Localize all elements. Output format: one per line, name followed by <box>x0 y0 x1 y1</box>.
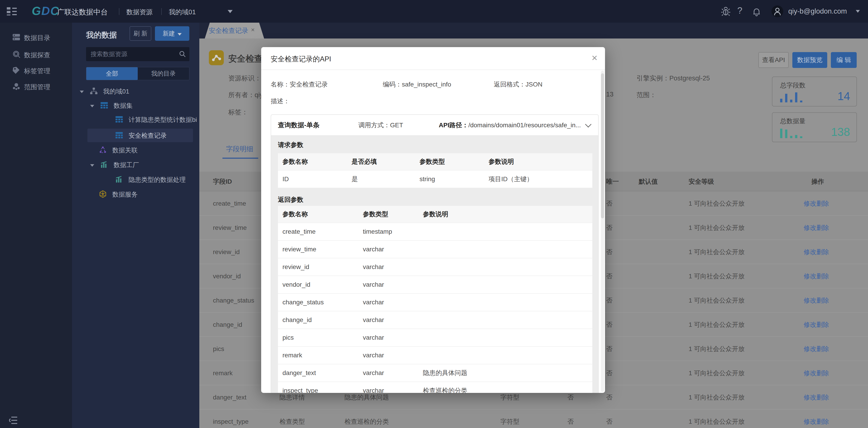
refresh-button[interactable]: 刷 新 <box>130 26 151 41</box>
cell-field-name: 检查类型 <box>280 409 305 428</box>
edit-link[interactable]: 修改 <box>804 273 816 280</box>
panel-title: 我的数据 <box>86 30 117 40</box>
link-separator: | <box>819 240 821 264</box>
bell-icon[interactable] <box>751 6 762 17</box>
chevron-down-icon[interactable] <box>585 121 591 128</box>
delete-link[interactable]: 删除 <box>816 394 829 401</box>
cell-actions: 修改|删除 <box>804 409 829 428</box>
user-email[interactable]: qiy-b@glodon.com <box>788 7 847 15</box>
api-modal: 安全检查记录的API ✕ 名称：安全检查记录 编码：safe_inspect_i… <box>261 47 605 393</box>
modal-scrollbar[interactable] <box>601 71 604 392</box>
chevron-down-icon[interactable] <box>228 10 232 13</box>
cell-field-id: danger_text <box>213 385 246 409</box>
param-name: inspect_type <box>282 382 318 393</box>
brand-title: 广联达数据中台 <box>57 7 108 17</box>
caret-down-icon[interactable] <box>90 105 94 107</box>
response-param-row: change_status varchar <box>278 293 592 311</box>
tree-node-label: 我的域01 <box>103 88 129 95</box>
tree-node-label: 安全检查记录 <box>129 132 167 139</box>
edit-link[interactable]: 修改 <box>804 418 816 425</box>
rail-label: 范围管理 <box>24 83 50 92</box>
collapse-sidebar-icon[interactable] <box>9 416 19 425</box>
modal-header-divider <box>261 69 605 70</box>
param-name: review_time <box>282 241 316 258</box>
tree-node-data-relation[interactable]: 数据关联 <box>99 144 138 157</box>
tab-all[interactable]: 全部 <box>86 67 138 80</box>
tree-node-domain[interactable]: 我的域01 <box>80 85 129 98</box>
delete-link[interactable]: 删除 <box>816 418 829 425</box>
explore-icon <box>12 50 21 59</box>
cell-actions: 修改|删除 <box>804 240 829 264</box>
catalog-tabs: 全部 我的目录 <box>86 67 189 80</box>
rail-item-scope-manage[interactable]: 范围管理 <box>0 80 72 94</box>
edit-link[interactable]: 修改 <box>804 345 816 352</box>
edit-link[interactable]: 修改 <box>804 200 816 207</box>
help-icon[interactable]: ? <box>737 5 748 16</box>
cell-security-level: 1 可向社会公众开放 <box>689 191 745 216</box>
param-name: danger_text <box>282 364 316 382</box>
delete-link[interactable]: 删除 <box>816 297 829 304</box>
rail-item-data-explore[interactable]: 数据探查 <box>0 48 72 63</box>
rail-item-data-catalog[interactable]: 数据目录 <box>0 31 72 45</box>
api-path: API路径：/domains/domain01/resources/safe_i… <box>439 121 581 130</box>
tree-node-danger-processing[interactable]: 隐患类型的数据处理 <box>115 173 186 186</box>
rail-item-tag-manage[interactable]: 标签管理 <box>0 64 72 78</box>
view-api-button[interactable]: 查看API <box>758 52 789 68</box>
chevron-down-icon[interactable] <box>856 10 860 13</box>
link-separator: | <box>819 361 821 385</box>
delete-link[interactable]: 删除 <box>816 273 829 280</box>
param-name: vendor_id <box>282 276 310 293</box>
create-button[interactable]: 新建 <box>155 26 189 41</box>
tree-node-dataset[interactable]: 数据集 <box>90 99 133 112</box>
delete-link[interactable]: 删除 <box>816 321 829 328</box>
tab-field-detail[interactable]: 字段明细 <box>226 144 253 154</box>
api-accordion-header[interactable]: 查询数据-单条 调用方式：GET API路径：/domains/domain01… <box>271 115 598 135</box>
param-name: create_time <box>282 223 315 240</box>
tab-close-icon[interactable]: × <box>251 26 255 34</box>
caret-down-icon[interactable] <box>80 91 84 93</box>
delete-link[interactable]: 删除 <box>816 345 829 352</box>
search-icon[interactable] <box>179 51 186 58</box>
edit-link[interactable]: 修改 <box>804 249 816 256</box>
response-param-row: vendor_id varchar <box>278 275 592 293</box>
cell-actions: 修改|删除 <box>804 361 829 385</box>
tab-label[interactable]: 安全检查记录 <box>209 26 248 35</box>
hexagon-cube-icon <box>99 190 107 198</box>
delete-link[interactable]: 删除 <box>816 224 829 231</box>
edit-link[interactable]: 修改 <box>804 394 816 401</box>
edit-link[interactable]: 修改 <box>804 297 816 304</box>
cell-security-level: 1 可向社会公众开放 <box>689 361 745 385</box>
cell-security-level: 1 可向社会公众开放 <box>689 264 745 288</box>
data-preview-button[interactable]: 数据预览 <box>792 52 827 68</box>
cell-security-level: 1 可向社会公众开放 <box>689 337 745 361</box>
gdc-logo[interactable]: GDC <box>32 4 59 18</box>
rail-label: 数据目录 <box>24 34 50 42</box>
nav-item-data-resource[interactable]: 数据资源 <box>126 8 153 17</box>
delete-link[interactable]: 删除 <box>816 249 829 256</box>
cell-field-id: change_id <box>213 312 242 337</box>
edit-link[interactable]: 修改 <box>804 224 816 231</box>
caret-down-icon[interactable] <box>90 164 94 167</box>
delete-link[interactable]: 删除 <box>816 369 829 376</box>
edit-link[interactable]: 修改 <box>804 321 816 328</box>
tab-my-catalog[interactable]: 我的目录 <box>138 67 189 80</box>
close-icon[interactable]: ✕ <box>591 54 598 63</box>
response-param-row: remark varchar <box>278 346 592 364</box>
bug-icon[interactable] <box>720 6 731 17</box>
tree-node-data-factory[interactable]: 数据工厂 <box>90 159 139 172</box>
modal-scrollbar-thumb[interactable] <box>601 73 604 218</box>
delete-link[interactable]: 删除 <box>816 200 829 207</box>
tree-node-safety-record[interactable]: 安全检查记录 <box>115 129 167 142</box>
layout-menu-icon[interactable] <box>7 6 17 16</box>
cell-unique: 否 <box>606 264 613 288</box>
cell-security-level: 1 可向社会公众开放 <box>689 216 745 240</box>
tree-node-bi-dataset[interactable]: 计算隐患类型统计数据bi <box>115 113 197 126</box>
search-input[interactable] <box>91 47 175 61</box>
edit-link[interactable]: 修改 <box>804 369 816 376</box>
avatar[interactable] <box>772 5 783 17</box>
edit-button[interactable]: 编 辑 <box>831 52 857 68</box>
tree-node-label: 计算隐患类型统计数据bi <box>129 116 197 123</box>
tree-node-data-service[interactable]: 数据服务 <box>99 188 138 201</box>
nav-domain-select[interactable]: 我的域01 <box>169 8 196 17</box>
cell-security-level: 1 可向社会公众开放 <box>689 240 745 264</box>
